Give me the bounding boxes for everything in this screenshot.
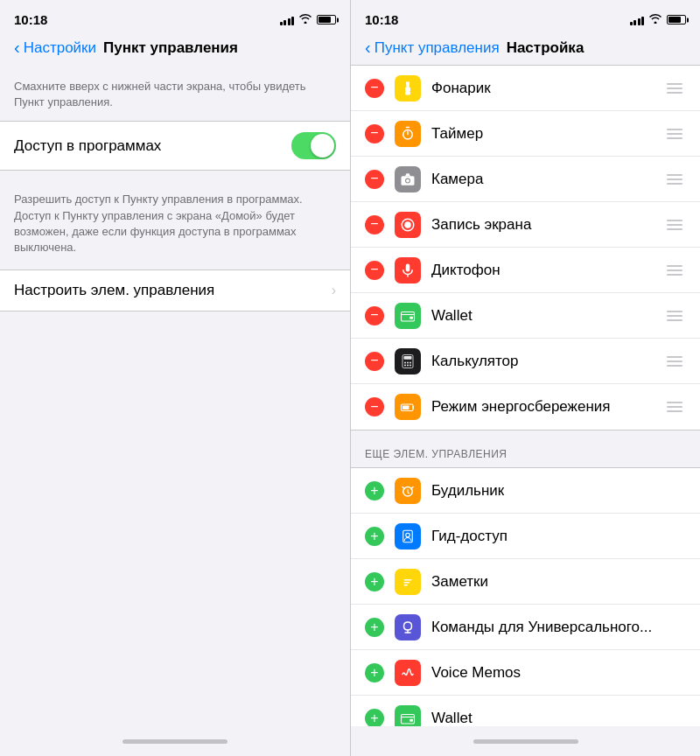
svg-rect-20	[402, 406, 410, 410]
screenrecord-drag-handle[interactable]	[663, 216, 686, 234]
wifi-icon	[298, 13, 312, 26]
voice-label: Диктофон	[431, 262, 653, 279]
camera-label: Камера	[431, 171, 653, 188]
remove-timer-button[interactable]	[365, 124, 384, 144]
wallet-icon	[395, 303, 421, 329]
wallet-drag-handle[interactable]	[663, 307, 686, 325]
battery-icon	[317, 15, 336, 24]
add-alarm-button[interactable]	[365, 481, 384, 500]
toggle-description: Разрешить доступ к Пункту управления в п…	[0, 185, 350, 270]
left-description: Смахните вверх с нижней части экрана, чт…	[0, 65, 350, 121]
left-back-button[interactable]: ‹ Настройки	[14, 38, 96, 58]
svg-point-13	[404, 361, 406, 363]
remove-flashlight-button[interactable]	[365, 79, 384, 98]
right-wifi-icon	[648, 13, 662, 26]
list-item: Будильник	[351, 468, 700, 514]
signal-icon	[280, 15, 295, 25]
battery-mode-drag-handle[interactable]	[663, 398, 686, 416]
toggle-knob	[311, 134, 334, 158]
remove-calculator-button[interactable]	[365, 352, 384, 371]
access-toggle-switch[interactable]	[291, 132, 336, 159]
right-back-button[interactable]: ‹ Пункт управления	[365, 38, 500, 58]
svg-point-17	[407, 364, 409, 366]
remove-battery-button[interactable]	[365, 397, 384, 416]
svg-point-4	[406, 178, 410, 182]
svg-rect-12	[404, 356, 412, 360]
customize-label: Настроить элем. управления	[14, 282, 332, 299]
left-panel: 10:18 ‹ Настройки	[0, 0, 350, 756]
calculator-label: Калькулятор	[431, 353, 653, 370]
voice-drag-handle[interactable]	[663, 262, 686, 279]
battery-mode-label: Режим энергосбережения	[431, 398, 653, 416]
flashlight-icon	[395, 75, 421, 102]
right-status-icons	[630, 13, 687, 26]
svg-point-5	[404, 221, 411, 228]
left-back-label: Настройки	[24, 39, 96, 57]
battery-mode-icon	[395, 394, 421, 420]
calculator-icon	[395, 348, 421, 374]
camera-drag-handle[interactable]	[663, 171, 686, 188]
guided-access-icon	[395, 523, 421, 550]
customize-row[interactable]: Настроить элем. управления ›	[0, 270, 350, 312]
add-wallet2-button[interactable]	[365, 709, 384, 726]
screen-record-icon	[395, 212, 421, 238]
list-item: Запись экрана	[351, 202, 700, 248]
calculator-drag-handle[interactable]	[663, 353, 686, 370]
remove-camera-button[interactable]	[365, 170, 384, 189]
right-back-label: Пункт управления	[374, 39, 500, 57]
list-item: Команды для Универсального...	[351, 605, 700, 650]
left-status-icons	[280, 13, 337, 26]
left-nav-title: Пункт управления	[103, 39, 238, 57]
remove-wallet-button[interactable]	[365, 306, 384, 326]
add-notes-button[interactable]	[365, 572, 384, 592]
more-section-header: ЕЩЕ ЭЛЕМ. УПРАВЛЕНИЯ	[351, 430, 700, 467]
voice-icon	[395, 257, 421, 284]
list-item: Камера	[351, 157, 700, 202]
timer-drag-handle[interactable]	[663, 125, 686, 143]
timer-label: Таймер	[431, 125, 653, 143]
notes-icon	[395, 569, 421, 595]
access-toggle-row: Доступ в программах	[0, 122, 350, 170]
svg-rect-7	[406, 263, 410, 271]
list-item: Wallet	[351, 293, 700, 339]
right-nav-title: Настройка	[507, 39, 584, 57]
add-shortcuts-button[interactable]	[365, 618, 384, 637]
right-home-indicator	[351, 726, 700, 756]
left-status-bar: 10:18	[0, 0, 350, 34]
list-item: Voice Memos	[351, 650, 700, 696]
left-nav-bar: ‹ Настройки Пункт управления	[0, 34, 350, 65]
right-signal-icon	[630, 15, 645, 25]
shortcuts-label: Команды для Универсального...	[431, 619, 686, 636]
access-toggle-label: Доступ в программах	[14, 137, 291, 155]
left-time: 10:18	[14, 12, 47, 27]
notes-label: Заметки	[431, 573, 686, 591]
svg-rect-29	[410, 719, 413, 722]
add-guided-access-button[interactable]	[365, 527, 384, 546]
add-voice-memos-button[interactable]	[365, 663, 384, 682]
svg-rect-10	[410, 316, 413, 318]
flashlight-drag-handle[interactable]	[663, 80, 686, 97]
right-status-bar: 10:18	[351, 0, 700, 34]
camera-icon	[395, 166, 421, 192]
right-panel: 10:18 ‹ Пункт управления	[350, 0, 700, 756]
voice-memos-label: Voice Memos	[431, 664, 686, 682]
wallet2-label: Wallet	[431, 710, 686, 726]
toggle-group: Доступ в программах	[0, 121, 350, 171]
guided-access-label: Гид-доступ	[431, 528, 686, 545]
customize-chevron-icon: ›	[332, 283, 336, 298]
svg-point-15	[410, 361, 411, 363]
wallet-label: Wallet	[431, 307, 653, 325]
svg-point-14	[407, 361, 409, 363]
remove-screenrecord-button[interactable]	[365, 215, 384, 234]
included-section: Фонарик Таймер	[351, 65, 700, 430]
list-item: Wallet	[351, 696, 700, 726]
svg-point-16	[404, 364, 406, 366]
right-nav-bar: ‹ Пункт управления Настройка	[351, 34, 700, 65]
list-item: Таймер	[351, 111, 700, 157]
flashlight-label: Фонарик	[431, 80, 653, 97]
remove-voice-button[interactable]	[365, 261, 384, 280]
list-item: Заметки	[351, 559, 700, 605]
list-item: Диктофон	[351, 248, 700, 293]
svg-point-23	[406, 533, 410, 537]
alarm-label: Будильник	[431, 482, 686, 500]
